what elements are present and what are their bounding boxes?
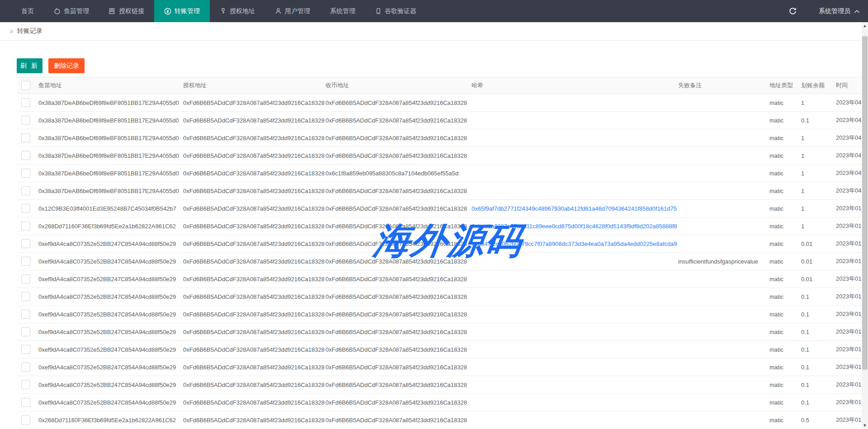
tx-hash-link[interactable]: 0xbed1a0207e47acd11c89eee0cd875d00f18c46… bbox=[472, 223, 677, 230]
amount-cell: 1 bbox=[801, 205, 836, 212]
refresh-icon[interactable] bbox=[788, 7, 797, 15]
time-cell: 2023年04月 bbox=[836, 187, 861, 195]
yen-circle-icon bbox=[164, 8, 171, 15]
amount-cell: 0.1 bbox=[801, 293, 836, 300]
auth-address-cell: 0xFd6B6B5ADdCdF328A087a854f23dd9216Ca183… bbox=[183, 364, 326, 371]
recv-address-cell: 0xFd6B6B5ADdCdF328A087a854f23dd9216Ca183… bbox=[326, 223, 472, 230]
row-checkbox[interactable] bbox=[21, 327, 30, 336]
row-checkbox-cell bbox=[17, 239, 38, 248]
fry-address-cell: 0x268Dd71160F36Ef3b69fd5Ee2a1b62822A961C… bbox=[38, 223, 183, 230]
nav-item-label: 用户管理 bbox=[285, 7, 310, 15]
fry-address-cell: 0xef9dA4ca8C07352e52BB247C854A94cd88f50e… bbox=[38, 346, 183, 353]
nav-item-transfer[interactable]: 转账管理 bbox=[154, 0, 210, 22]
recv-address-cell: 0xFd6B6B5ADdCdF328A087a854f23dd9216Ca183… bbox=[326, 293, 472, 300]
address-type-cell: matic bbox=[769, 135, 801, 141]
row-checkbox[interactable] bbox=[21, 415, 30, 424]
amount-cell: 1 bbox=[801, 223, 836, 230]
time-cell: 2023年01月 bbox=[836, 310, 861, 318]
refresh-button[interactable]: 刷 新 bbox=[17, 58, 42, 73]
vertical-scrollbar[interactable]: ▲ ▼ bbox=[862, 22, 868, 429]
row-checkbox[interactable] bbox=[21, 363, 30, 372]
amount-cell: 1 bbox=[801, 170, 836, 177]
table-row: 0xef9dA4ca8C07352e52BB247C854A94cd88f50e… bbox=[17, 235, 861, 253]
row-checkbox[interactable] bbox=[21, 204, 30, 213]
key-icon bbox=[220, 8, 226, 14]
tx-hash-link[interactable]: 0x6347f2c40b2b0579cc7f07a8908dc373d3e4ea… bbox=[472, 240, 677, 247]
row-checkbox[interactable] bbox=[21, 345, 30, 354]
row-checkbox-cell bbox=[17, 310, 38, 319]
select-all-checkbox[interactable] bbox=[21, 81, 30, 90]
row-checkbox[interactable] bbox=[21, 169, 30, 178]
admin-label: 系统管理员 bbox=[819, 7, 850, 15]
table-row: 0x38a387DeAB6beDf69f8eBF8051BB17E29A4055… bbox=[17, 94, 861, 112]
row-checkbox[interactable] bbox=[21, 98, 30, 107]
hash-cell: 0x6347f2c40b2b0579cc7f07a8908dc373d3e4ea… bbox=[472, 240, 678, 247]
delete-records-button[interactable]: 删除记录 bbox=[48, 58, 85, 73]
recv-address-cell: 0xFd6B6B5ADdCdF328A087a854f23dd9216Ca183… bbox=[326, 135, 472, 141]
recv-address-cell: 0xFd6B6B5ADdCdF328A087a854f23dd9216Ca183… bbox=[326, 399, 472, 406]
fry-address-cell: 0x38a387DeAB6beDf69f8eBF8051BB17E29A4055… bbox=[38, 188, 183, 194]
row-checkbox[interactable] bbox=[21, 151, 30, 160]
table-row: 0xef9dA4ca8C07352e52BB247C854A94cd88f50e… bbox=[17, 341, 861, 358]
nav-item-label: 鱼苗管理 bbox=[64, 7, 89, 15]
scrollbar-down-arrow-icon[interactable]: ▼ bbox=[862, 422, 868, 429]
row-checkbox[interactable] bbox=[21, 380, 30, 389]
address-type-cell: matic bbox=[769, 205, 801, 212]
recv-address-cell: 0xFd6B6B5ADdCdF328A087a854f23dd9216Ca183… bbox=[326, 188, 472, 194]
header-checkbox-cell bbox=[17, 81, 38, 90]
time-cell: 2023年01月 bbox=[836, 222, 861, 230]
row-checkbox-cell bbox=[17, 169, 38, 178]
top-navbar: 首页鱼苗管理授权链接转账管理授权地址用户管理系统管理谷歌验证器 系统管理员 bbox=[0, 0, 868, 22]
auth-address-cell: 0xFd6B6B5ADdCdF328A087a854f23dd9216Ca183… bbox=[183, 417, 326, 424]
nav-item-system[interactable]: 系统管理 bbox=[320, 0, 365, 22]
row-checkbox[interactable] bbox=[21, 186, 30, 195]
recv-address-cell: 0xFd6B6B5ADdCdF328A087a854f23dd9216Ca183… bbox=[326, 329, 472, 335]
fish-icon bbox=[54, 8, 61, 14]
row-checkbox[interactable] bbox=[21, 292, 30, 301]
admin-dropdown[interactable]: 系统管理员 bbox=[819, 7, 860, 15]
table-row: 0x268Dd71160F36Ef3b69fd5Ee2a1b62822A961C… bbox=[17, 217, 861, 235]
nav-item-users[interactable]: 用户管理 bbox=[265, 0, 320, 22]
address-type-cell: matic bbox=[769, 311, 801, 318]
nav-item-home[interactable]: 首页 bbox=[11, 0, 44, 22]
row-checkbox[interactable] bbox=[21, 398, 30, 407]
nav-item-google-auth[interactable]: 谷歌验证器 bbox=[365, 0, 426, 22]
row-checkbox[interactable] bbox=[21, 257, 30, 266]
scrollbar-thumb[interactable] bbox=[862, 36, 868, 370]
fry-address-cell: 0x38a387DeAB6beDf69f8eBF8051BB17E29A4055… bbox=[38, 99, 183, 106]
row-checkbox-cell bbox=[17, 151, 38, 160]
table-row: 0xef9dA4ca8C07352e52BB247C854A94cd88f50e… bbox=[17, 394, 861, 411]
table-row: 0x38a387DeAB6beDf69f8eBF8051BB17E29A4055… bbox=[17, 147, 861, 165]
scrollbar-up-arrow-icon[interactable]: ▲ bbox=[862, 22, 868, 29]
row-checkbox[interactable] bbox=[21, 116, 30, 125]
table-header-row: 鱼苗地址授权地址收币地址哈希失败备注地址类型划账余额时间 bbox=[17, 77, 861, 94]
time-cell: 2023年01月 bbox=[836, 275, 861, 283]
address-type-cell: matic bbox=[769, 99, 801, 106]
table-row: 0xef9dA4ca8C07352e52BB247C854A94cd88f50e… bbox=[17, 253, 861, 270]
auth-address-cell: 0xFd6B6B5ADdCdF328A087a854f23dd9216Ca183… bbox=[183, 399, 326, 406]
fry-address-cell: 0xef9dA4ca8C07352e52BB247C854A94cd88f50e… bbox=[38, 258, 183, 265]
nav-item-auth-address[interactable]: 授权地址 bbox=[210, 0, 265, 22]
fry-address-cell: 0xef9dA4ca8C07352e52BB247C854A94cd88f50e… bbox=[38, 240, 183, 247]
user-icon bbox=[275, 8, 282, 14]
row-checkbox[interactable] bbox=[21, 274, 30, 283]
row-checkbox[interactable] bbox=[21, 310, 30, 319]
row-checkbox[interactable] bbox=[21, 239, 30, 248]
recv-address-cell: 0xFd6B6B5ADdCdF328A087a854f23dd9216Ca183… bbox=[326, 99, 472, 106]
chevron-up-icon bbox=[854, 8, 860, 15]
row-checkbox-cell bbox=[17, 274, 38, 283]
row-checkbox-cell bbox=[17, 327, 38, 336]
row-checkbox[interactable] bbox=[21, 222, 30, 231]
address-type-cell: matic bbox=[769, 170, 801, 177]
amount-cell: 1 bbox=[801, 188, 836, 194]
breadcrumb-arrow-icon: » bbox=[9, 27, 14, 35]
amount-cell: 0.1 bbox=[801, 382, 836, 388]
nav-item-fry[interactable]: 鱼苗管理 bbox=[44, 0, 99, 22]
row-checkbox[interactable] bbox=[21, 133, 30, 142]
time-cell: 2023年01月 bbox=[836, 416, 861, 424]
nav-item-auth-link[interactable]: 授权链接 bbox=[99, 0, 154, 22]
nav-item-label: 授权地址 bbox=[230, 7, 255, 15]
auth-address-cell: 0xFd6B6B5ADdCdF328A087a854f23dd9216Ca183… bbox=[183, 188, 326, 194]
row-checkbox-cell bbox=[17, 186, 38, 195]
tx-hash-link[interactable]: 0x65f9af7db2771f24349c48967930ab412fd61a… bbox=[472, 205, 677, 212]
